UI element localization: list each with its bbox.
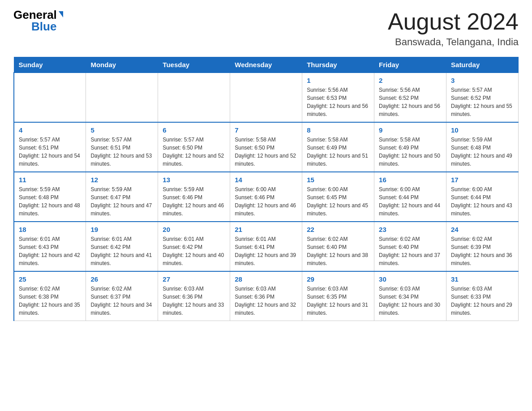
calendar-cell: 1Sunrise: 5:56 AMSunset: 6:53 PMDaylight… [302, 73, 374, 122]
calendar-cell: 17Sunrise: 6:00 AMSunset: 6:44 PMDayligh… [446, 172, 519, 222]
day-info: Sunrise: 5:57 AMSunset: 6:51 PMDaylight:… [19, 136, 81, 168]
calendar-cell [14, 73, 86, 122]
day-info: Sunrise: 5:59 AMSunset: 6:48 PMDaylight:… [451, 136, 514, 168]
month-title: August 2024 [388, 9, 519, 34]
calendar-header-saturday: Saturday [446, 57, 519, 73]
calendar-header-thursday: Thursday [302, 57, 374, 73]
title-block: August 2024 Banswada, Telangana, India [388, 9, 519, 48]
day-info: Sunrise: 6:03 AMSunset: 6:35 PMDaylight:… [307, 285, 369, 317]
day-info: Sunrise: 5:58 AMSunset: 6:50 PMDaylight:… [235, 136, 297, 168]
day-number: 13 [163, 176, 225, 184]
day-number: 23 [379, 226, 442, 233]
calendar-cell: 21Sunrise: 6:01 AMSunset: 6:41 PMDayligh… [230, 222, 302, 271]
day-info: Sunrise: 6:03 AMSunset: 6:33 PMDaylight:… [451, 285, 514, 317]
day-number: 4 [19, 126, 81, 134]
day-info: Sunrise: 5:58 AMSunset: 6:49 PMDaylight:… [379, 136, 442, 168]
calendar-cell: 30Sunrise: 6:03 AMSunset: 6:34 PMDayligh… [374, 271, 446, 321]
day-info: Sunrise: 6:00 AMSunset: 6:46 PMDaylight:… [235, 185, 297, 218]
calendar-cell: 12Sunrise: 5:59 AMSunset: 6:47 PMDayligh… [86, 172, 158, 222]
day-number: 21 [235, 226, 297, 233]
day-number: 2 [379, 77, 442, 84]
day-info: Sunrise: 6:03 AMSunset: 6:36 PMDaylight:… [235, 285, 297, 317]
calendar-cell: 28Sunrise: 6:03 AMSunset: 6:36 PMDayligh… [230, 271, 302, 321]
calendar-table: SundayMondayTuesdayWednesdayThursdayFrid… [13, 57, 519, 321]
day-info: Sunrise: 6:01 AMSunset: 6:43 PMDaylight:… [19, 235, 81, 267]
day-number: 8 [307, 126, 369, 134]
calendar-cell: 4Sunrise: 5:57 AMSunset: 6:51 PMDaylight… [14, 122, 86, 172]
day-number: 22 [307, 226, 369, 233]
calendar-cell: 10Sunrise: 5:59 AMSunset: 6:48 PMDayligh… [446, 122, 519, 172]
day-number: 27 [163, 275, 225, 283]
day-info: Sunrise: 5:57 AMSunset: 6:52 PMDaylight:… [451, 86, 514, 118]
logo: General Blue [13, 9, 63, 32]
calendar-week-row: 4Sunrise: 5:57 AMSunset: 6:51 PMDaylight… [14, 122, 519, 172]
day-number: 12 [90, 176, 153, 184]
day-number: 11 [19, 176, 81, 184]
day-number: 15 [307, 176, 369, 184]
calendar-cell: 22Sunrise: 6:02 AMSunset: 6:40 PMDayligh… [302, 222, 374, 271]
calendar-week-row: 18Sunrise: 6:01 AMSunset: 6:43 PMDayligh… [14, 222, 519, 271]
calendar-cell: 29Sunrise: 6:03 AMSunset: 6:35 PMDayligh… [302, 271, 374, 321]
day-info: Sunrise: 5:59 AMSunset: 6:47 PMDaylight:… [90, 185, 153, 218]
calendar-header-row: SundayMondayTuesdayWednesdayThursdayFrid… [14, 57, 519, 73]
calendar-header-tuesday: Tuesday [158, 57, 230, 73]
day-info: Sunrise: 6:01 AMSunset: 6:41 PMDaylight:… [235, 235, 297, 267]
logo-blue-text: Blue [31, 21, 56, 32]
day-number: 18 [19, 226, 81, 233]
calendar-cell: 2Sunrise: 5:56 AMSunset: 6:52 PMDaylight… [374, 73, 446, 122]
day-number: 20 [163, 226, 225, 233]
day-number: 16 [379, 176, 442, 184]
day-number: 10 [451, 126, 514, 134]
calendar-header-friday: Friday [374, 57, 446, 73]
day-info: Sunrise: 6:02 AMSunset: 6:39 PMDaylight:… [451, 235, 514, 267]
calendar-cell: 26Sunrise: 6:02 AMSunset: 6:37 PMDayligh… [86, 271, 158, 321]
calendar-cell: 18Sunrise: 6:01 AMSunset: 6:43 PMDayligh… [14, 222, 86, 271]
day-info: Sunrise: 6:02 AMSunset: 6:37 PMDaylight:… [90, 285, 153, 317]
calendar-cell: 23Sunrise: 6:02 AMSunset: 6:40 PMDayligh… [374, 222, 446, 271]
day-info: Sunrise: 6:03 AMSunset: 6:36 PMDaylight:… [163, 285, 225, 317]
page-header: General Blue August 2024 Banswada, Telan… [13, 9, 519, 48]
day-number: 6 [163, 126, 225, 134]
day-number: 17 [451, 176, 514, 184]
day-number: 7 [235, 126, 297, 134]
calendar-cell: 27Sunrise: 6:03 AMSunset: 6:36 PMDayligh… [158, 271, 230, 321]
calendar-cell: 24Sunrise: 6:02 AMSunset: 6:39 PMDayligh… [446, 222, 519, 271]
calendar-cell [158, 73, 230, 122]
calendar-cell: 6Sunrise: 5:57 AMSunset: 6:50 PMDaylight… [158, 122, 230, 172]
calendar-cell: 3Sunrise: 5:57 AMSunset: 6:52 PMDaylight… [446, 73, 519, 122]
day-number: 28 [235, 275, 297, 283]
day-info: Sunrise: 5:59 AMSunset: 6:48 PMDaylight:… [19, 185, 81, 218]
calendar-cell: 16Sunrise: 6:00 AMSunset: 6:44 PMDayligh… [374, 172, 446, 222]
calendar-cell: 5Sunrise: 5:57 AMSunset: 6:51 PMDaylight… [86, 122, 158, 172]
day-info: Sunrise: 5:56 AMSunset: 6:52 PMDaylight:… [379, 86, 442, 118]
calendar-cell: 31Sunrise: 6:03 AMSunset: 6:33 PMDayligh… [446, 271, 519, 321]
calendar-week-row: 11Sunrise: 5:59 AMSunset: 6:48 PMDayligh… [14, 172, 519, 222]
day-info: Sunrise: 6:00 AMSunset: 6:44 PMDaylight:… [451, 185, 514, 218]
day-info: Sunrise: 5:59 AMSunset: 6:46 PMDaylight:… [163, 185, 225, 218]
day-info: Sunrise: 6:00 AMSunset: 6:44 PMDaylight:… [379, 185, 442, 218]
day-number: 19 [90, 226, 153, 233]
day-info: Sunrise: 6:03 AMSunset: 6:34 PMDaylight:… [379, 285, 442, 317]
calendar-cell: 7Sunrise: 5:58 AMSunset: 6:50 PMDaylight… [230, 122, 302, 172]
calendar-cell: 9Sunrise: 5:58 AMSunset: 6:49 PMDaylight… [374, 122, 446, 172]
day-info: Sunrise: 5:57 AMSunset: 6:50 PMDaylight:… [163, 136, 225, 168]
calendar-week-row: 1Sunrise: 5:56 AMSunset: 6:53 PMDaylight… [14, 73, 519, 122]
day-info: Sunrise: 6:02 AMSunset: 6:40 PMDaylight:… [379, 235, 442, 267]
day-info: Sunrise: 5:58 AMSunset: 6:49 PMDaylight:… [307, 136, 369, 168]
day-number: 14 [235, 176, 297, 184]
calendar-cell: 14Sunrise: 6:00 AMSunset: 6:46 PMDayligh… [230, 172, 302, 222]
day-number: 5 [90, 126, 153, 134]
day-number: 31 [451, 275, 514, 283]
calendar-header-monday: Monday [86, 57, 158, 73]
calendar-cell: 20Sunrise: 6:01 AMSunset: 6:42 PMDayligh… [158, 222, 230, 271]
calendar-header-sunday: Sunday [14, 57, 86, 73]
day-number: 26 [90, 275, 153, 283]
day-number: 24 [451, 226, 514, 233]
calendar-header-wednesday: Wednesday [230, 57, 302, 73]
day-info: Sunrise: 6:02 AMSunset: 6:40 PMDaylight:… [307, 235, 369, 267]
calendar-cell [230, 73, 302, 122]
day-number: 9 [379, 126, 442, 134]
day-info: Sunrise: 6:01 AMSunset: 6:42 PMDaylight:… [90, 235, 153, 267]
calendar-cell: 13Sunrise: 5:59 AMSunset: 6:46 PMDayligh… [158, 172, 230, 222]
calendar-cell: 11Sunrise: 5:59 AMSunset: 6:48 PMDayligh… [14, 172, 86, 222]
